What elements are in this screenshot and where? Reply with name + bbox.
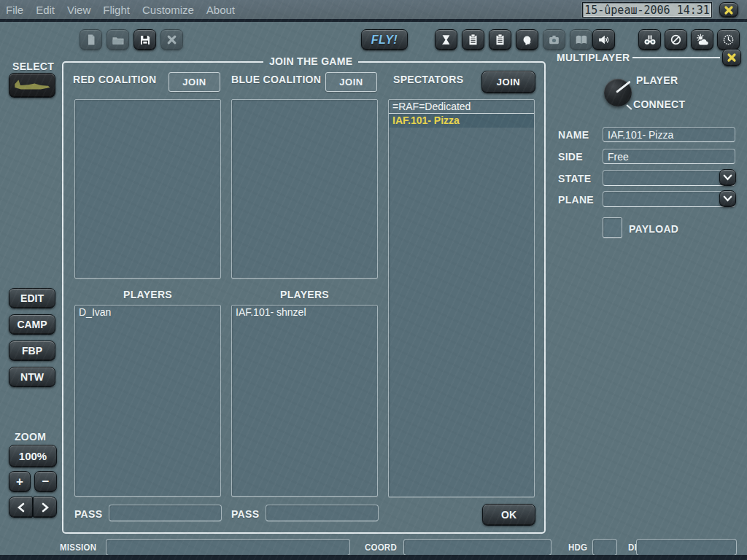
camera-icon bbox=[548, 34, 560, 46]
red-coalition-list[interactable] bbox=[74, 99, 221, 279]
clipboard-icon bbox=[468, 34, 479, 46]
hdg-label: HDG bbox=[568, 542, 587, 553]
list-item[interactable]: IAF.101- shnzel bbox=[232, 306, 377, 319]
menu-view[interactable]: View bbox=[67, 4, 90, 16]
coord-label: COORD bbox=[365, 542, 397, 553]
ok-button[interactable]: OK bbox=[482, 504, 535, 526]
time-acceleration-button[interactable] bbox=[435, 29, 457, 50]
pilot-button[interactable] bbox=[516, 29, 538, 50]
chevron-down-icon bbox=[723, 174, 732, 182]
zoom-label: ZOOM bbox=[15, 431, 46, 443]
book-icon bbox=[575, 34, 588, 46]
find-button[interactable] bbox=[638, 29, 661, 50]
knob-tick bbox=[626, 104, 632, 110]
plane-dropdown-button[interactable] bbox=[719, 190, 736, 207]
coord-input[interactable] bbox=[403, 539, 551, 556]
chevron-down-icon bbox=[723, 195, 732, 203]
edit-mode-button[interactable]: EDIT bbox=[9, 288, 55, 308]
red-players-list[interactable]: D_Ivan bbox=[74, 305, 221, 497]
mission-input[interactable] bbox=[106, 539, 350, 556]
clock-button[interactable] bbox=[717, 29, 740, 50]
knob-player-label: PLAYER bbox=[636, 74, 678, 86]
list-item-selected[interactable]: IAF.101- Pizza bbox=[389, 114, 534, 128]
red-pass-input[interactable] bbox=[109, 505, 222, 521]
multiplayer-close-button[interactable] bbox=[722, 49, 741, 66]
camp-mode-label: CAMP bbox=[17, 319, 47, 330]
clipboard-icon bbox=[495, 34, 506, 46]
blue-players-list[interactable]: IAF.101- shnzel bbox=[231, 305, 378, 497]
no-entry-icon bbox=[670, 34, 682, 46]
list-item[interactable]: D_Ivan bbox=[75, 306, 220, 319]
save-button[interactable] bbox=[133, 29, 156, 50]
blue-join-label: JOIN bbox=[339, 77, 363, 88]
player-connect-knob[interactable] bbox=[604, 79, 632, 106]
menu-bar-divider bbox=[0, 19, 747, 22]
prev-button[interactable] bbox=[9, 497, 33, 518]
list-item[interactable]: =RAF=Dedicated bbox=[389, 100, 534, 114]
menu-customize[interactable]: Customize bbox=[142, 4, 194, 16]
new-file-button[interactable] bbox=[80, 29, 102, 50]
chevron-left-icon bbox=[17, 502, 26, 513]
camera-button[interactable] bbox=[543, 29, 565, 50]
fbp-mode-label: FBP bbox=[22, 345, 42, 357]
dist-input[interactable] bbox=[636, 539, 737, 556]
blue-coalition-list[interactable] bbox=[231, 99, 378, 279]
fly-button[interactable]: FLY! bbox=[361, 29, 408, 50]
red-pass-label: PASS bbox=[74, 508, 102, 520]
spectators-join-button[interactable]: JOIN bbox=[481, 71, 535, 93]
camp-mode-button[interactable]: CAMP bbox=[9, 314, 55, 335]
name-label: NAME bbox=[558, 129, 589, 141]
plane-select[interactable] bbox=[603, 191, 735, 207]
hdg-input[interactable] bbox=[592, 539, 617, 556]
blue-coalition-label: BLUE COALITION bbox=[231, 74, 321, 85]
restrictions-button[interactable] bbox=[665, 29, 687, 50]
close-icon bbox=[166, 34, 177, 45]
menu-flight[interactable]: Flight bbox=[103, 4, 130, 16]
close-mission-button[interactable] bbox=[160, 29, 183, 50]
clock-icon bbox=[722, 34, 735, 46]
select-label: SELECT bbox=[12, 61, 54, 72]
side-input[interactable] bbox=[603, 149, 735, 164]
open-file-button[interactable] bbox=[107, 29, 129, 50]
sound-button[interactable] bbox=[592, 29, 615, 50]
zoom-in-button[interactable]: + bbox=[9, 471, 31, 492]
blue-join-button[interactable]: JOIN bbox=[325, 72, 377, 92]
blue-pass-input[interactable] bbox=[266, 505, 379, 521]
state-dropdown-button[interactable] bbox=[719, 169, 736, 186]
ntw-mode-button[interactable]: NTW bbox=[9, 367, 55, 387]
new-file-icon bbox=[85, 34, 97, 46]
fbp-mode-button[interactable]: FBP bbox=[9, 341, 55, 361]
zoom-out-label: − bbox=[42, 475, 50, 489]
menu-edit[interactable]: Edit bbox=[36, 4, 55, 16]
open-folder-icon bbox=[112, 34, 125, 47]
weather-button[interactable] bbox=[691, 29, 713, 50]
menu-file[interactable]: File bbox=[6, 4, 23, 16]
zoom-out-button[interactable]: − bbox=[34, 471, 57, 492]
side-label: SIDE bbox=[558, 151, 583, 163]
payload-checkbox[interactable] bbox=[603, 217, 622, 238]
window-close-button[interactable] bbox=[719, 2, 738, 18]
spectators-list[interactable]: =RAF=Dedicated IAF.101- Pizza bbox=[388, 99, 535, 497]
zoom-level-button[interactable]: 100% bbox=[9, 445, 57, 467]
debriefing-button[interactable] bbox=[489, 29, 511, 50]
select-aircraft-button[interactable] bbox=[9, 73, 55, 98]
speaker-icon bbox=[597, 34, 610, 46]
log-book-button[interactable] bbox=[570, 29, 592, 50]
next-button[interactable] bbox=[33, 497, 57, 518]
state-label: STATE bbox=[558, 173, 591, 184]
briefing-button[interactable] bbox=[462, 29, 484, 50]
knob-connect-label: CONNECT bbox=[633, 98, 685, 110]
close-icon bbox=[727, 52, 737, 63]
zoom-level-value: 100% bbox=[19, 450, 47, 462]
weather-icon bbox=[696, 34, 709, 46]
bottom-edge bbox=[0, 555, 747, 560]
red-join-button[interactable]: JOIN bbox=[169, 72, 220, 92]
menu-about[interactable]: About bbox=[206, 4, 235, 16]
edit-mode-label: EDIT bbox=[20, 292, 44, 304]
state-select[interactable] bbox=[603, 170, 735, 186]
name-input[interactable] bbox=[603, 127, 735, 142]
payload-label: PAYLOAD bbox=[629, 223, 678, 235]
red-players-label: PLAYERS bbox=[74, 289, 221, 300]
ok-label: OK bbox=[501, 509, 516, 521]
hourglass-icon bbox=[440, 34, 452, 46]
